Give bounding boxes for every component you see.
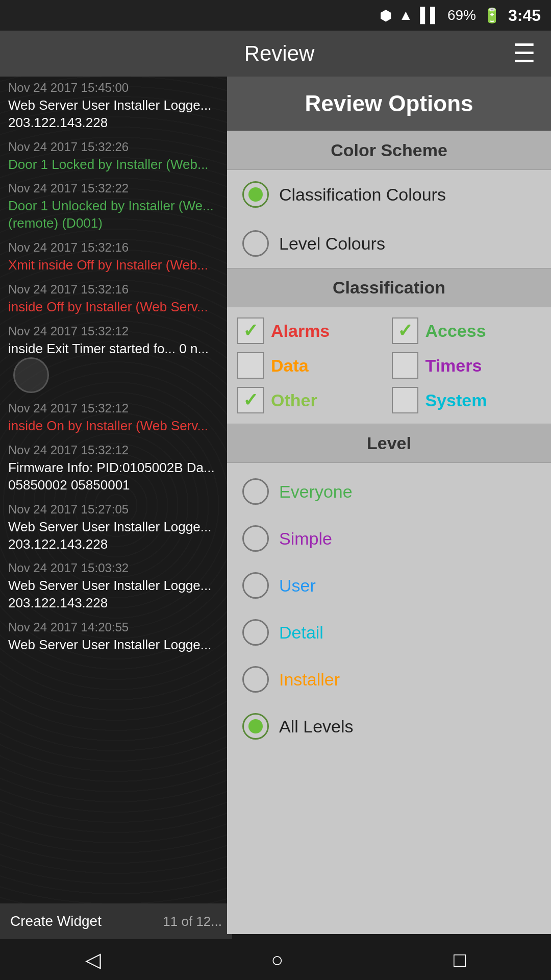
status-time: 3:45 <box>508 6 541 25</box>
alarms-label: Alarms <box>271 321 330 341</box>
log-text: inside Exit Timer started fo... 0 n... <box>8 340 224 394</box>
system-checkbox[interactable] <box>392 387 418 413</box>
log-item[interactable]: Nov 24 2017 15:32:16Xmit inside Off by I… <box>0 236 232 278</box>
simple-label: Simple <box>279 529 332 549</box>
level-colours-option[interactable]: Level Colours <box>227 219 551 268</box>
level-colours-radio[interactable] <box>242 230 269 257</box>
level-options: Everyone Simple User Detail Installer Al… <box>227 463 551 755</box>
data-checkbox[interactable] <box>237 352 264 379</box>
everyone-radio[interactable] <box>242 478 269 505</box>
user-label: User <box>279 576 316 596</box>
log-text: Door 1 Locked by Installer (Web... <box>8 156 224 174</box>
other-checkbox-item[interactable]: ✓ Other <box>237 387 387 413</box>
timers-label: Timers <box>425 356 482 376</box>
log-timestamp: Nov 24 2017 15:32:16 <box>8 282 224 297</box>
data-checkbox-item[interactable]: Data <box>237 352 387 379</box>
detail-option[interactable]: Detail <box>242 609 536 656</box>
log-timestamp: Nov 24 2017 15:32:26 <box>8 140 224 154</box>
log-timestamp: Nov 24 2017 15:32:12 <box>8 324 224 338</box>
log-item[interactable]: Nov 24 2017 15:03:32Web Server User Inst… <box>0 557 232 616</box>
everyone-option[interactable]: Everyone <box>242 468 536 515</box>
other-checkbox[interactable]: ✓ <box>237 387 264 413</box>
timers-checkbox-item[interactable]: Timers <box>392 352 541 379</box>
log-item[interactable]: Nov 24 2017 15:45:00Web Server User Inst… <box>0 77 232 136</box>
options-panel: Review Options Color Scheme Classificati… <box>227 77 551 934</box>
log-text: inside On by Installer (Web Serv... <box>8 418 224 435</box>
log-timestamp: Nov 24 2017 15:03:32 <box>8 561 224 575</box>
classification-colours-option[interactable]: Classification Colours <box>227 170 551 219</box>
home-button[interactable]: ○ <box>271 948 283 971</box>
wifi-icon: ▲ <box>399 7 413 23</box>
log-timestamp: Nov 24 2017 15:32:22 <box>8 181 224 195</box>
log-text: Xmit inside Off by Installer (Web... <box>8 257 224 274</box>
page-count: 11 of 12... <box>163 914 222 929</box>
access-checkbox-item[interactable]: ✓ Access <box>392 317 541 344</box>
log-text: Web Server User Installer Logge... <box>8 636 224 654</box>
app-title: Review <box>46 41 513 66</box>
classification-colours-radio[interactable] <box>242 181 269 208</box>
data-label: Data <box>271 356 309 376</box>
classification-colours-label: Classification Colours <box>279 185 446 205</box>
back-button[interactable]: ◁ <box>85 948 101 971</box>
simple-option[interactable]: Simple <box>242 515 536 562</box>
log-timestamp: Nov 24 2017 15:45:00 <box>8 81 224 95</box>
other-checkmark: ✓ <box>243 391 258 409</box>
log-timestamp: Nov 24 2017 14:20:55 <box>8 620 224 634</box>
level-colours-label: Level Colours <box>279 234 385 254</box>
log-timestamp: Nov 24 2017 15:32:12 <box>8 443 224 457</box>
everyone-label: Everyone <box>279 482 353 502</box>
color-scheme-section-header: Color Scheme <box>227 131 551 170</box>
all-levels-radio[interactable] <box>242 713 269 740</box>
log-text: Web Server User Installer Logge... 203.1… <box>8 577 224 612</box>
bottom-bar: Create Widget 11 of 12... <box>0 903 232 939</box>
alarms-checkbox[interactable]: ✓ <box>237 317 264 344</box>
log-text: inside Off by Installer (Web Serv... <box>8 299 224 316</box>
log-timestamp: Nov 24 2017 15:32:12 <box>8 401 224 415</box>
menu-button[interactable]: ☰ <box>513 39 536 68</box>
nav-bar: ◁ ○ □ <box>0 939 551 980</box>
log-text: Web Server User Installer Logge... 203.1… <box>8 97 224 132</box>
log-timestamp: Nov 24 2017 15:32:16 <box>8 240 224 255</box>
log-item[interactable]: Nov 24 2017 15:32:12inside On by Install… <box>0 397 232 439</box>
log-panel: Nov 24 2017 15:45:00Web Server User Inst… <box>0 77 232 934</box>
log-text: Web Server User Installer Logge... 203.1… <box>8 519 224 553</box>
system-checkbox-item[interactable]: System <box>392 387 541 413</box>
log-text: Firmware Info: PID:0105002B Da... 058500… <box>8 459 224 494</box>
log-timestamp: Nov 24 2017 15:27:05 <box>8 502 224 517</box>
create-widget-button[interactable]: Create Widget <box>10 913 102 929</box>
access-checkmark: ✓ <box>397 322 413 340</box>
log-text: Door 1 Unlocked by Installer (We... (rem… <box>8 198 224 232</box>
installer-label: Installer <box>279 670 340 690</box>
access-label: Access <box>425 321 486 341</box>
classification-section-header: Classification <box>227 268 551 307</box>
log-item[interactable]: Nov 24 2017 15:32:26Door 1 Locked by Ins… <box>0 136 232 178</box>
timers-checkbox[interactable] <box>392 352 418 379</box>
simple-radio[interactable] <box>242 525 269 552</box>
access-checkbox[interactable]: ✓ <box>392 317 418 344</box>
log-item[interactable]: Nov 24 2017 15:32:22Door 1 Unlocked by I… <box>0 177 232 236</box>
battery-percent: 69% <box>447 7 476 23</box>
alarms-checkbox-item[interactable]: ✓ Alarms <box>237 317 387 344</box>
installer-radio[interactable] <box>242 666 269 693</box>
log-item[interactable]: Nov 24 2017 15:27:05Web Server User Inst… <box>0 498 232 557</box>
log-item[interactable]: Nov 24 2017 15:32:16inside Off by Instal… <box>0 278 232 320</box>
bluetooth-icon: ⬢ <box>380 7 392 24</box>
level-section-header: Level <box>227 424 551 463</box>
user-radio[interactable] <box>242 572 269 599</box>
battery-icon: 🔋 <box>483 7 501 24</box>
status-bar: ⬢ ▲ ▌▌ 69% 🔋 3:45 <box>0 0 551 31</box>
options-title: Review Options <box>227 77 551 131</box>
installer-option[interactable]: Installer <box>242 656 536 703</box>
log-item[interactable]: Nov 24 2017 15:32:12Firmware Info: PID:0… <box>0 439 232 498</box>
log-item[interactable]: Nov 24 2017 14:20:55Web Server User Inst… <box>0 616 232 658</box>
other-label: Other <box>271 390 317 410</box>
recent-apps-button[interactable]: □ <box>454 948 466 971</box>
all-levels-option[interactable]: All Levels <box>242 703 536 750</box>
alarms-checkmark: ✓ <box>243 322 258 340</box>
user-option[interactable]: User <box>242 562 536 609</box>
app-header: Review ☰ <box>0 31 551 77</box>
log-item[interactable]: Nov 24 2017 15:32:12inside Exit Timer st… <box>0 320 232 398</box>
system-label: System <box>425 390 487 410</box>
detail-radio[interactable] <box>242 619 269 646</box>
all-levels-label: All Levels <box>279 717 354 737</box>
